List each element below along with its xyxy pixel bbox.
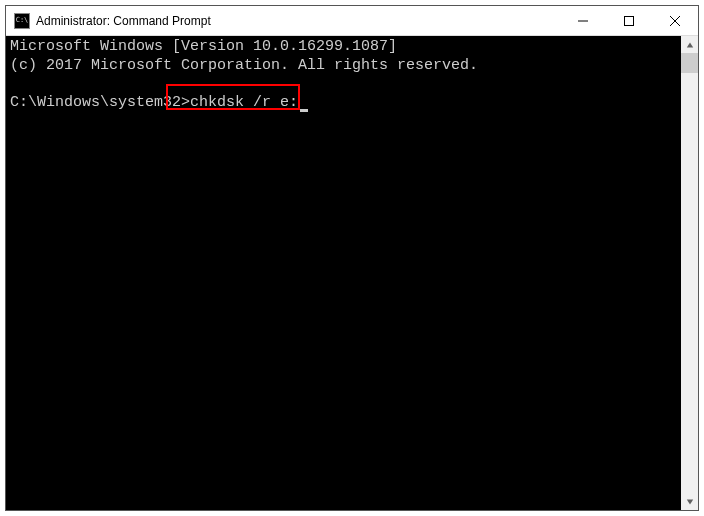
- svg-marker-4: [686, 42, 692, 47]
- terminal-prompt-line: C:\Windows\system32>chkdsk /r e:: [10, 94, 677, 113]
- scrollbar-down-button[interactable]: [681, 493, 698, 510]
- terminal-content[interactable]: Microsoft Windows [Version 10.0.16299.10…: [6, 36, 681, 510]
- terminal-area: Microsoft Windows [Version 10.0.16299.10…: [6, 36, 698, 510]
- cmd-icon-label: C:\: [16, 17, 29, 24]
- close-button[interactable]: [652, 6, 698, 35]
- command-prompt-window: C:\ Administrator: Command Prompt Micros…: [5, 5, 699, 511]
- window-title: Administrator: Command Prompt: [36, 14, 560, 28]
- chevron-up-icon: [686, 41, 694, 49]
- prompt-text: C:\Windows\system32>: [10, 94, 190, 111]
- cursor: [300, 109, 308, 112]
- scrollbar-up-button[interactable]: [681, 36, 698, 53]
- terminal-line: (c) 2017 Microsoft Corporation. All righ…: [10, 57, 677, 76]
- scrollbar-track[interactable]: [681, 53, 698, 493]
- svg-marker-5: [686, 499, 692, 504]
- svg-rect-1: [625, 16, 634, 25]
- close-icon: [670, 16, 680, 26]
- terminal-line: Microsoft Windows [Version 10.0.16299.10…: [10, 38, 677, 57]
- chevron-down-icon: [686, 498, 694, 506]
- command-text: chkdsk /r e:: [190, 94, 298, 111]
- terminal-blank-line: [10, 76, 677, 95]
- scrollbar-thumb[interactable]: [681, 53, 698, 73]
- minimize-button[interactable]: [560, 6, 606, 35]
- minimize-icon: [578, 16, 588, 26]
- cmd-icon: C:\: [14, 13, 30, 29]
- maximize-button[interactable]: [606, 6, 652, 35]
- maximize-icon: [624, 16, 634, 26]
- titlebar[interactable]: C:\ Administrator: Command Prompt: [6, 6, 698, 36]
- window-controls: [560, 6, 698, 35]
- vertical-scrollbar[interactable]: [681, 36, 698, 510]
